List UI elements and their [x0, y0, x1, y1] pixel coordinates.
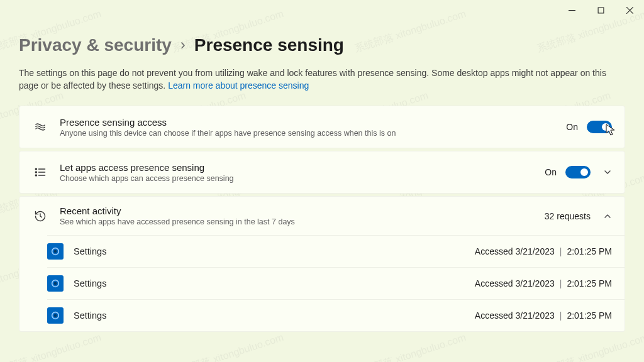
svg-point-8 [35, 175, 36, 176]
breadcrumb-separator: › [180, 36, 186, 53]
activity-timestamp: Accessed 3/21/2023|2:01:25 PM [475, 246, 612, 256]
card-title: Let apps access presence sensing [60, 162, 545, 173]
settings-app-icon [47, 275, 64, 292]
svg-point-15 [54, 314, 57, 317]
window-controls [557, 0, 644, 20]
activity-app-name: Settings [74, 310, 475, 321]
recent-activity-header[interactable]: Recent activity See which apps have acce… [19, 197, 625, 235]
presence-icon [32, 121, 48, 133]
chevron-down-icon[interactable] [603, 168, 612, 177]
card-subtitle: Choose which apps can access presence se… [60, 174, 545, 183]
activity-timestamp: Accessed 3/21/2023|2:01:25 PM [475, 278, 612, 288]
card-title: Recent activity [60, 206, 545, 216]
request-count: 32 requests [545, 211, 591, 221]
minimize-button[interactable] [557, 0, 586, 20]
close-button[interactable] [615, 0, 644, 20]
apps-access-toggle[interactable] [565, 166, 591, 178]
chevron-up-icon[interactable] [603, 212, 612, 221]
learn-more-link[interactable]: Learn more about presence sensing [168, 80, 309, 90]
maximize-button[interactable] [586, 0, 615, 20]
activity-row[interactable]: Settings Accessed 3/21/2023|2:01:25 PM [47, 235, 625, 267]
card-recent-activity: Recent activity See which apps have acce… [19, 196, 625, 332]
history-icon [32, 210, 48, 222]
settings-app-icon [47, 243, 64, 260]
list-icon [32, 166, 48, 178]
svg-point-6 [35, 172, 36, 173]
breadcrumb-parent[interactable]: Privacy & security [19, 35, 172, 55]
card-let-apps-access[interactable]: Let apps access presence sensing Choose … [19, 151, 625, 194]
activity-app-name: Settings [74, 246, 475, 256]
presence-access-toggle[interactable] [587, 121, 612, 133]
svg-point-11 [54, 250, 57, 253]
activity-app-name: Settings [74, 278, 475, 288]
card-subtitle: Anyone using this device can choose if t… [60, 129, 566, 138]
breadcrumb: Privacy & security › Presence sensing [19, 35, 625, 55]
activity-row[interactable]: Settings Accessed 3/21/2023|2:01:25 PM [47, 267, 625, 299]
card-presence-sensing-access: Presence sensing access Anyone using thi… [19, 106, 625, 148]
description-text: The settings on this page do not prevent… [19, 68, 606, 90]
svg-rect-1 [598, 8, 604, 13]
svg-point-13 [54, 282, 57, 285]
activity-row[interactable]: Settings Accessed 3/21/2023|2:01:25 PM [47, 299, 625, 331]
card-subtitle: See which apps have accessed presence se… [60, 217, 545, 226]
page-title: Presence sensing [194, 35, 344, 55]
card-title: Presence sensing access [60, 117, 566, 128]
toggle-state-label: On [545, 167, 557, 177]
svg-point-4 [35, 168, 36, 170]
page-description: The settings on this page do not prevent… [19, 67, 625, 92]
settings-app-icon [47, 307, 64, 324]
toggle-state-label: On [566, 122, 578, 132]
activity-timestamp: Accessed 3/21/2023|2:01:25 PM [475, 310, 612, 321]
activity-list: Settings Accessed 3/21/2023|2:01:25 PM S… [47, 235, 625, 331]
